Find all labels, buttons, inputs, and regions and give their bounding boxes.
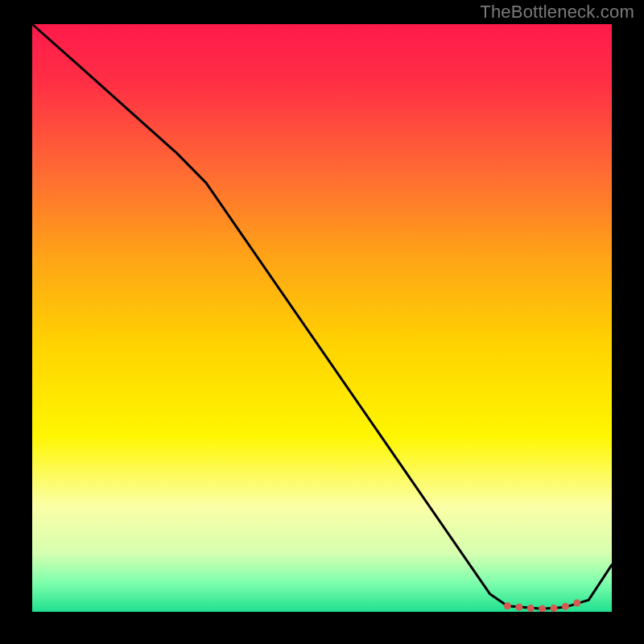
marker-dot [515, 604, 522, 611]
marker-dot [527, 605, 535, 612]
marker-dot [551, 605, 558, 612]
watermark-text: TheBottleneck.com [480, 2, 634, 23]
chart-frame: TheBottleneck.com [0, 0, 644, 644]
marker-dot [573, 600, 580, 607]
plot-background [32, 24, 612, 612]
marker-dot [504, 602, 511, 609]
marker-dot [539, 605, 546, 613]
chart-svg [0, 0, 644, 644]
marker-dot [562, 603, 569, 610]
